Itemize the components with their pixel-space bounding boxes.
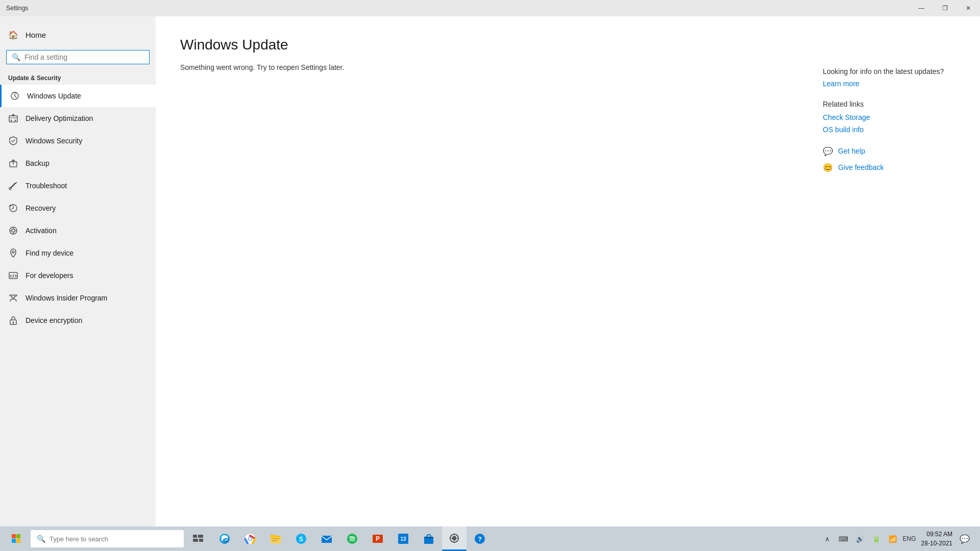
- network-icon[interactable]: 📶: [886, 532, 900, 546]
- windows-logo-icon: [12, 534, 21, 543]
- backup-icon: [8, 158, 18, 168]
- help-taskbar-icon[interactable]: ?: [468, 527, 492, 551]
- sidebar-items: Windows Update Delivery Optimization Win…: [0, 85, 156, 332]
- home-icon: 🏠: [8, 30, 18, 40]
- keyboard-icon[interactable]: ⌨: [837, 532, 851, 546]
- svg-point-2: [11, 120, 12, 121]
- taskbar-search-box[interactable]: 🔍: [31, 530, 184, 547]
- sidebar-item-find-my-device[interactable]: Find my device: [0, 242, 156, 264]
- office-taskbar-icon[interactable]: P: [365, 527, 390, 551]
- search-input[interactable]: [24, 53, 144, 61]
- sidebar-item-delivery-optimization[interactable]: Delivery Optimization: [0, 107, 156, 130]
- svg-rect-38: [322, 536, 332, 543]
- minimize-button[interactable]: —: [910, 0, 933, 16]
- related-links-title: Related links: [823, 100, 955, 108]
- spotify-taskbar-icon[interactable]: [340, 527, 364, 551]
- tray-icons: ∧ ⌨ 🔊 🔋 📶: [820, 532, 900, 546]
- give-feedback-label: Give feedback: [838, 163, 884, 171]
- page-title: Windows Update: [180, 37, 955, 53]
- sidebar-item-home[interactable]: 🏠 Home: [0, 22, 156, 47]
- volume-icon[interactable]: 🔊: [853, 532, 867, 546]
- store-bag-taskbar-icon[interactable]: [416, 527, 441, 551]
- sidebar-item-windows-update[interactable]: Windows Update: [0, 85, 156, 107]
- svg-rect-24: [193, 535, 197, 538]
- titlebar: Settings — ❐ ✕: [0, 0, 980, 16]
- delivery-optimization-icon: [8, 113, 18, 123]
- file-explorer-taskbar-icon[interactable]: [263, 527, 288, 551]
- system-tray: ∧ ⌨ 🔊 🔋 📶 ENG 09:52 AM 28-10-2021 💬: [820, 530, 976, 548]
- tray-expand-icon[interactable]: ∧: [820, 532, 835, 546]
- sidebar-item-label-delivery-optimization: Delivery Optimization: [26, 114, 93, 122]
- learn-more-link[interactable]: Learn more: [823, 80, 955, 88]
- sidebar-item-activation[interactable]: Activation: [0, 219, 156, 242]
- taskbar: 🔍: [0, 527, 980, 551]
- svg-rect-1: [9, 116, 17, 122]
- svg-point-8: [12, 229, 15, 232]
- taskbar-search-input[interactable]: [50, 535, 178, 543]
- sidebar-item-label-windows-insider: Windows Insider Program: [26, 294, 107, 302]
- task-view-icon: [193, 535, 203, 543]
- clock-time: 09:52 AM: [921, 530, 952, 539]
- sidebar-item-windows-insider[interactable]: Windows Insider Program: [0, 287, 156, 309]
- badge-number: 13: [400, 536, 406, 542]
- find-my-device-icon: [8, 248, 18, 258]
- svg-rect-34: [272, 538, 280, 539]
- svg-text:?: ?: [478, 535, 482, 543]
- give-feedback-icon: 😊: [823, 162, 833, 172]
- sidebar-item-troubleshoot[interactable]: Troubleshoot: [0, 174, 156, 197]
- battery-icon[interactable]: 🔋: [869, 532, 884, 546]
- svg-text:S: S: [299, 536, 303, 543]
- mail-taskbar-icon[interactable]: [314, 527, 339, 551]
- sidebar-section-label: Update & Security: [0, 70, 156, 85]
- taskbar-app-icons: S P: [212, 527, 818, 551]
- main-panel: Windows Update Something went wrong. Try…: [156, 16, 980, 527]
- os-build-info-link[interactable]: OS build info: [823, 126, 955, 134]
- sidebar-item-recovery[interactable]: Recovery: [0, 197, 156, 219]
- svg-line-15: [13, 274, 14, 278]
- skype-icon: S: [296, 533, 307, 544]
- windows-update-icon: [10, 91, 20, 101]
- spotify-icon: [347, 533, 358, 544]
- sidebar-item-for-developers[interactable]: For developers: [0, 264, 156, 287]
- sidebar-item-label-activation: Activation: [26, 227, 57, 235]
- close-button[interactable]: ✕: [957, 0, 980, 16]
- search-box: 🔍: [6, 50, 150, 64]
- sidebar-item-backup[interactable]: Backup: [0, 152, 156, 174]
- app-body: 🏠 Home 🔍 Update & Security Windows Updat…: [0, 16, 980, 527]
- svg-rect-26: [193, 539, 198, 542]
- windows-security-icon: [8, 136, 18, 146]
- sidebar-item-label-windows-security: Windows Security: [26, 137, 82, 145]
- sidebar-item-device-encryption[interactable]: Device encryption: [0, 309, 156, 332]
- task-view-button[interactable]: [186, 527, 210, 551]
- edge-taskbar-icon[interactable]: [212, 527, 237, 551]
- sidebar-item-label-troubleshoot: Troubleshoot: [26, 182, 67, 190]
- svg-point-47: [453, 537, 456, 540]
- recovery-icon: [8, 203, 18, 213]
- chrome-icon: [244, 533, 256, 544]
- get-help-item[interactable]: 💬 Get help: [823, 146, 955, 156]
- edge-icon: [219, 533, 230, 544]
- office-icon: P: [372, 533, 383, 544]
- clock[interactable]: 09:52 AM 28-10-2021: [919, 530, 954, 548]
- check-storage-link[interactable]: Check Storage: [823, 113, 955, 121]
- windows-insider-icon: [8, 293, 18, 303]
- sidebar-item-windows-security[interactable]: Windows Security: [0, 130, 156, 152]
- start-button[interactable]: [4, 527, 29, 551]
- activation-icon: [8, 226, 18, 236]
- svg-point-3: [15, 120, 16, 121]
- chrome-taskbar-icon[interactable]: [238, 527, 262, 551]
- settings-taskbar-icon[interactable]: [442, 527, 467, 551]
- device-encryption-icon: [8, 315, 18, 325]
- right-info-panel: Looking for info on the latest updates? …: [823, 67, 955, 179]
- notification-button[interactable]: 💬: [958, 532, 972, 546]
- skype-taskbar-icon[interactable]: S: [289, 527, 313, 551]
- badge-taskbar-icon[interactable]: 13: [391, 527, 415, 551]
- language-indicator[interactable]: ENG: [903, 535, 916, 542]
- restore-button[interactable]: ❐: [933, 0, 957, 16]
- svg-rect-27: [199, 539, 203, 542]
- give-feedback-item[interactable]: 😊 Give feedback: [823, 162, 955, 172]
- sidebar-item-label-backup: Backup: [26, 159, 50, 167]
- store-bag-icon: [423, 533, 434, 544]
- titlebar-controls: — ❐ ✕: [910, 0, 980, 16]
- sidebar-item-label-windows-update: Windows Update: [27, 92, 81, 100]
